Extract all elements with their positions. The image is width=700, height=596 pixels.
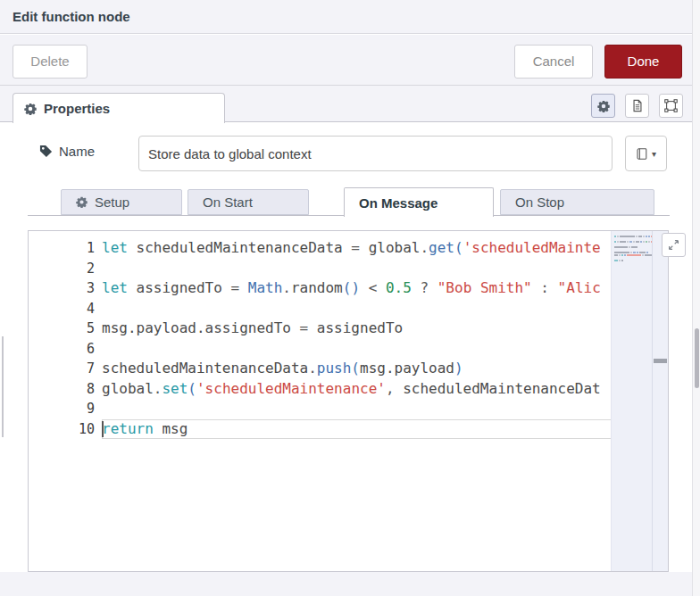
line-number: 2 bbox=[29, 259, 95, 279]
code-line-9[interactable] bbox=[102, 399, 613, 419]
code-line-4[interactable] bbox=[102, 299, 613, 319]
code-line-7[interactable]: scheduledMaintenanceData.push(msg.payloa… bbox=[102, 359, 613, 379]
minimap-code-preview bbox=[612, 231, 653, 262]
editor-minimap[interactable] bbox=[611, 231, 653, 571]
cancel-button[interactable]: Cancel bbox=[514, 45, 593, 79]
dialog-footer-area bbox=[0, 572, 700, 596]
editor-code-area[interactable]: let scheduledMaintenanceData = global.ge… bbox=[102, 231, 613, 571]
dialog-header: Edit function node bbox=[0, 0, 700, 34]
tab-on-message[interactable]: On Message bbox=[344, 187, 494, 217]
doc-icon bbox=[631, 99, 644, 112]
done-button[interactable]: Done bbox=[604, 45, 682, 79]
library-button[interactable]: ▾ bbox=[625, 136, 667, 171]
window-scrollbar-thumb[interactable] bbox=[695, 328, 699, 388]
window-scrollbar[interactable] bbox=[692, 0, 700, 596]
editor-vertical-scrollbar[interactable] bbox=[652, 231, 668, 571]
editor-gutter: 12345678910 bbox=[29, 231, 95, 439]
chevron-down-icon: ▾ bbox=[652, 149, 656, 159]
dialog-title: Edit function node bbox=[12, 0, 130, 34]
gear-icon bbox=[24, 103, 37, 115]
code-line-3[interactable]: let assignedTo = Math.random() < 0.5 ? "… bbox=[102, 278, 613, 299]
line-number: 6 bbox=[29, 339, 95, 360]
gear-icon bbox=[76, 196, 88, 208]
tab-label: On Start bbox=[203, 195, 253, 210]
code-line-2[interactable] bbox=[102, 259, 613, 279]
code-editor[interactable]: 12345678910 let scheduledMaintenanceData… bbox=[28, 230, 669, 572]
name-field-label: Name bbox=[39, 144, 95, 159]
editor-scrollbar-thumb[interactable] bbox=[654, 359, 667, 363]
expand-icon bbox=[668, 239, 679, 251]
tab-on-start[interactable]: On Start bbox=[188, 189, 309, 215]
tab-setup[interactable]: Setup bbox=[61, 189, 182, 215]
edit-properties-button[interactable] bbox=[591, 94, 615, 118]
gear-icon bbox=[597, 100, 610, 112]
book-icon bbox=[636, 147, 648, 161]
expand-editor-button[interactable] bbox=[662, 233, 686, 257]
line-number: 4 bbox=[29, 299, 95, 319]
tab-label: On Message bbox=[359, 195, 438, 211]
line-number: 5 bbox=[29, 319, 95, 339]
name-input[interactable] bbox=[138, 136, 612, 171]
code-line-1[interactable]: let scheduledMaintenanceData = global.ge… bbox=[102, 238, 613, 259]
description-button[interactable] bbox=[625, 94, 649, 118]
line-number: 7 bbox=[29, 359, 95, 379]
tab-properties-label: Properties bbox=[44, 101, 110, 116]
code-line-10[interactable]: return msg bbox=[102, 419, 613, 440]
tab-properties[interactable]: Properties bbox=[12, 93, 225, 123]
line-number: 10 bbox=[29, 419, 95, 440]
delete-button[interactable]: Delete bbox=[12, 45, 88, 79]
left-scrollbar-line bbox=[2, 336, 4, 437]
tab-label: Setup bbox=[95, 195, 129, 210]
tag-icon bbox=[39, 145, 53, 158]
code-line-8[interactable]: global.set('scheduledMaintenance', sched… bbox=[102, 379, 613, 400]
line-number: 8 bbox=[29, 379, 95, 400]
tab-label: On Stop bbox=[515, 195, 564, 210]
line-number: 3 bbox=[29, 278, 95, 299]
code-line-6[interactable] bbox=[102, 339, 613, 360]
tab-on-stop[interactable]: On Stop bbox=[500, 189, 654, 215]
line-number: 9 bbox=[29, 399, 95, 419]
line-number: 1 bbox=[29, 238, 95, 259]
editor-tabs: SetupOn StartOn MessageOn Stop bbox=[28, 187, 670, 216]
appearance-button[interactable] bbox=[659, 94, 683, 118]
dialog-button-row: Delete Cancel Done bbox=[0, 35, 700, 86]
frame-icon bbox=[664, 99, 678, 112]
code-line-5[interactable]: msg.payload.assignedTo = assignedTo bbox=[102, 319, 613, 339]
name-label-text: Name bbox=[59, 144, 95, 159]
